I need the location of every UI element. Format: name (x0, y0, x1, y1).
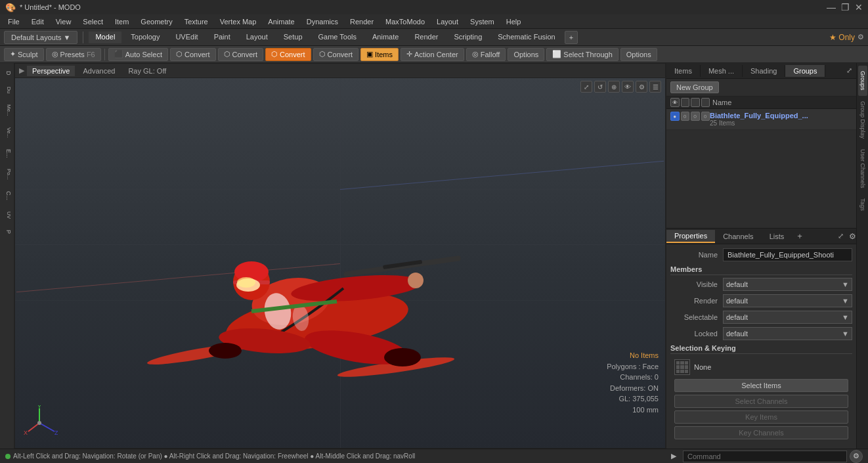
tab-model[interactable]: Model (89, 32, 121, 43)
sidebar-tab-p[interactable]: P (1, 225, 13, 239)
options-btn-1[interactable]: Options (508, 48, 544, 61)
vtab-tags[interactable]: Tags (858, 193, 867, 216)
group-sel-toggle[interactable]: ○ (701, 112, 710, 121)
prop-settings-btn[interactable]: ⚙ (849, 232, 856, 241)
items-btn[interactable]: ▣ Items (360, 48, 399, 61)
convert-btn-1[interactable]: ⬡ Convert (170, 48, 216, 61)
menu-vertexmap[interactable]: Vertex Map (215, 16, 262, 27)
menu-animate[interactable]: Animate (263, 16, 299, 27)
menu-texture[interactable]: Texture (179, 16, 213, 27)
tab-gametools[interactable]: Game Tools (312, 32, 364, 43)
convert-btn-3[interactable]: ⬡ Convert (265, 48, 311, 61)
group-lock-toggle[interactable]: ○ (681, 112, 690, 121)
panel-tab-items[interactable]: Items (666, 65, 701, 77)
sidebar-tab-ve[interactable]: Ve... (1, 122, 13, 143)
sidebar-tab-c[interactable]: C... (1, 186, 13, 206)
statusbar-arrow[interactable]: ▶ (667, 452, 680, 460)
prop-selectable-select[interactable]: default ▼ (723, 311, 852, 324)
cmd-status-icon[interactable]: ⚙ (850, 450, 863, 463)
menu-layout[interactable]: Layout (431, 16, 464, 27)
menu-maxtomodo[interactable]: MaxToModo (380, 16, 430, 27)
select-items-btn[interactable]: Select Items (674, 379, 848, 392)
menu-render[interactable]: Render (345, 16, 379, 27)
vp-zoom-btn[interactable]: ⊕ (608, 81, 620, 93)
titlebar-controls[interactable]: — ❐ ✕ (827, 2, 863, 12)
viewport-canvas[interactable]: ⤢ ↺ ⊕ 👁 ⚙ ☰ No Items Polygons : Face Cha… (15, 78, 665, 448)
group-item[interactable]: ● ○ ○ ○ Biathlete_Fully_Equipped_... 25 … (666, 109, 856, 130)
tab-uvedit[interactable]: UVEdit (169, 32, 204, 43)
tab-render[interactable]: Render (408, 32, 445, 43)
menu-edit[interactable]: Edit (26, 16, 49, 27)
panel-expand-btn[interactable]: ⤢ (842, 64, 856, 77)
menu-dynamics[interactable]: Dynamics (301, 16, 343, 27)
tab-topology[interactable]: Topology (124, 32, 166, 43)
vtab-groups[interactable]: Groups (858, 66, 867, 96)
prop-locked-select[interactable]: default ▼ (723, 327, 852, 340)
vp-tab-raygl[interactable]: Ray GL: Off (123, 66, 171, 76)
settings-icon[interactable]: ⚙ (857, 33, 864, 41)
vp-settings-btn[interactable]: ⚙ (636, 81, 647, 93)
vp-tab-perspective[interactable]: Perspective (27, 66, 75, 76)
vtab-group-display[interactable]: Group Display (858, 96, 867, 144)
prop-add-tab-btn[interactable]: + (792, 229, 808, 243)
sidebar-tab-po[interactable]: Po... (1, 164, 13, 185)
convert-btn-4[interactable]: ⬡ Convert (313, 48, 359, 61)
vp-toggle[interactable]: ▶ (19, 66, 24, 75)
prop-tab-channels[interactable]: Channels (715, 231, 761, 242)
panel-tab-shading[interactable]: Shading (743, 65, 785, 77)
close-btn[interactable]: ✕ (855, 2, 863, 12)
prop-tab-lists[interactable]: Lists (762, 231, 792, 242)
menu-item[interactable]: Item (110, 16, 134, 27)
command-input[interactable] (683, 451, 847, 462)
menu-geometry[interactable]: Geometry (135, 16, 177, 27)
tab-scripting[interactable]: Scripting (447, 32, 488, 43)
vp-menu-btn[interactable]: ☰ (649, 81, 661, 93)
layout-dropdown[interactable]: Default Layouts ▼ (4, 31, 77, 44)
options-btn-2[interactable]: Options (620, 48, 657, 61)
sculpt-btn[interactable]: ✦ Sculpt (4, 48, 44, 61)
prop-tab-properties[interactable]: Properties (666, 230, 715, 243)
key-channels-btn[interactable]: Key Channels (674, 426, 848, 439)
vp-reset-btn[interactable]: ↺ (594, 81, 606, 93)
vp-tab-advanced[interactable]: Advanced (77, 66, 120, 76)
falloff-btn[interactable]: ◎ Falloff (466, 48, 506, 61)
menu-select[interactable]: Select (77, 16, 108, 27)
tab-setup[interactable]: Setup (277, 32, 309, 43)
prop-name-input[interactable] (723, 248, 852, 261)
tab-schematic[interactable]: Schematic Fusion (491, 32, 561, 43)
star-only-label[interactable]: ★ Only (829, 33, 855, 42)
group-vis-toggle[interactable]: ● (670, 112, 680, 121)
sidebar-tab-du[interactable]: Du (1, 81, 13, 99)
tab-paint[interactable]: Paint (207, 32, 237, 43)
presets-btn[interactable]: ◎ Presets F6 (46, 48, 101, 61)
vp-look-btn[interactable]: 👁 (622, 81, 634, 93)
menu-view[interactable]: View (51, 16, 77, 27)
sidebar-tab-e[interactable]: E... (1, 144, 13, 164)
vp-maximize-btn[interactable]: ⤢ (580, 81, 592, 93)
panel-tab-groups[interactable]: Groups (785, 65, 825, 77)
menu-system[interactable]: System (465, 16, 500, 27)
minimize-btn[interactable]: — (827, 2, 836, 12)
prop-render-select[interactable]: default ▼ (723, 294, 852, 307)
auto-select-btn[interactable]: ⬛ Auto Select (108, 48, 168, 61)
panel-tab-mesh[interactable]: Mesh ... (701, 65, 743, 77)
prop-expand-btn[interactable]: ⤢ (834, 230, 848, 242)
menu-help[interactable]: Help (501, 16, 527, 27)
maximize-btn[interactable]: ❐ (841, 2, 850, 12)
select-through-btn[interactable]: ⬜ Select Through (546, 48, 618, 61)
action-center-btn[interactable]: ✛ Action Center (401, 48, 464, 61)
sidebar-tab-uv[interactable]: UV (1, 206, 13, 224)
select-channels-btn[interactable]: Select Channels (674, 395, 848, 408)
convert-btn-2[interactable]: ⬡ Convert (218, 48, 264, 61)
tab-animate[interactable]: Animate (366, 32, 405, 43)
new-group-btn[interactable]: New Group (670, 81, 719, 93)
key-items-btn[interactable]: Key Items (674, 410, 848, 424)
tab-layout[interactable]: Layout (240, 32, 274, 43)
sidebar-tab-mesh[interactable]: Me... (1, 99, 13, 121)
vtab-user-channels[interactable]: User Channels (858, 144, 867, 194)
sidebar-tab-d[interactable]: D (1, 66, 13, 81)
menu-file[interactable]: File (3, 16, 25, 27)
add-tab-btn[interactable]: + (565, 31, 578, 44)
prop-visible-select[interactable]: default ▼ (723, 278, 852, 291)
group-render-toggle[interactable]: ○ (691, 112, 700, 121)
